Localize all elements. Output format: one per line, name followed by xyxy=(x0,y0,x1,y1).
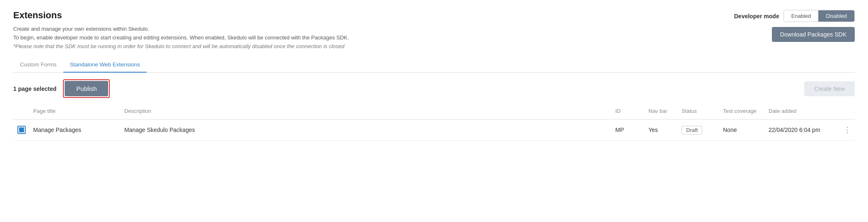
col-nav-bar: Nav bar xyxy=(645,106,678,116)
row-status: Draft xyxy=(678,124,720,136)
checkbox-inner xyxy=(19,127,24,132)
col-status: Status xyxy=(678,106,720,116)
create-new-button[interactable]: Create New xyxy=(804,81,855,96)
col-test-coverage: Test coverage xyxy=(720,106,765,116)
row-nav-bar: Yes xyxy=(645,125,678,135)
row-page-title: Manage Packages xyxy=(30,125,121,135)
developer-mode-disabled-btn[interactable]: Disabled xyxy=(818,10,854,22)
col-page-title: Page title xyxy=(30,106,121,116)
more-icon[interactable]: ⋮ xyxy=(843,125,851,134)
row-date-added: 22/04/2020 6:04 pm xyxy=(765,125,840,135)
row-description: Manage Skedulo Packages xyxy=(121,125,612,135)
desc-line2: To begin, enable developer mode to start… xyxy=(13,34,349,42)
row-more-actions[interactable]: ⋮ xyxy=(840,124,855,136)
download-sdk-button[interactable]: Download Packages SDK xyxy=(772,27,855,42)
desc-line3: *Please note that the SDK must be runnin… xyxy=(13,42,349,51)
publish-btn-wrapper: Publish xyxy=(63,79,110,98)
tab-custom-forms[interactable]: Custom Forms xyxy=(13,57,63,73)
col-checkbox xyxy=(13,106,30,116)
page-title: Extensions xyxy=(13,10,349,21)
status-badge: Draft xyxy=(682,126,702,134)
tab-standalone-web-extensions[interactable]: Standalone Web Extensions xyxy=(63,57,147,73)
developer-mode-label: Developer mode xyxy=(734,13,779,20)
developer-mode-enabled-btn[interactable]: Enabled xyxy=(784,10,819,22)
col-date-added: Date added xyxy=(765,106,840,116)
desc-line1: Create and manage your own extensions wi… xyxy=(13,25,349,34)
row-id: MP xyxy=(612,125,645,135)
col-description: Description xyxy=(121,106,612,116)
tabs-row: Custom Forms Standalone Web Extensions xyxy=(13,57,855,73)
row-checkbox-col[interactable] xyxy=(13,124,30,136)
table-header: Page title Description ID Nav bar Status… xyxy=(13,103,855,120)
extensions-table: Page title Description ID Nav bar Status… xyxy=(13,103,855,141)
selected-count-label: 1 page selected xyxy=(13,85,56,92)
col-actions xyxy=(840,106,855,116)
publish-button[interactable]: Publish xyxy=(65,81,108,96)
col-id: ID xyxy=(612,106,645,116)
row-checkbox[interactable] xyxy=(17,126,26,134)
row-test-coverage: None xyxy=(720,125,765,135)
table-row: Manage Packages Manage Skedulo Packages … xyxy=(13,120,855,141)
toolbar: 1 page selected Publish Create New xyxy=(13,73,855,103)
developer-mode-toggle[interactable]: Enabled Disabled xyxy=(783,10,855,22)
